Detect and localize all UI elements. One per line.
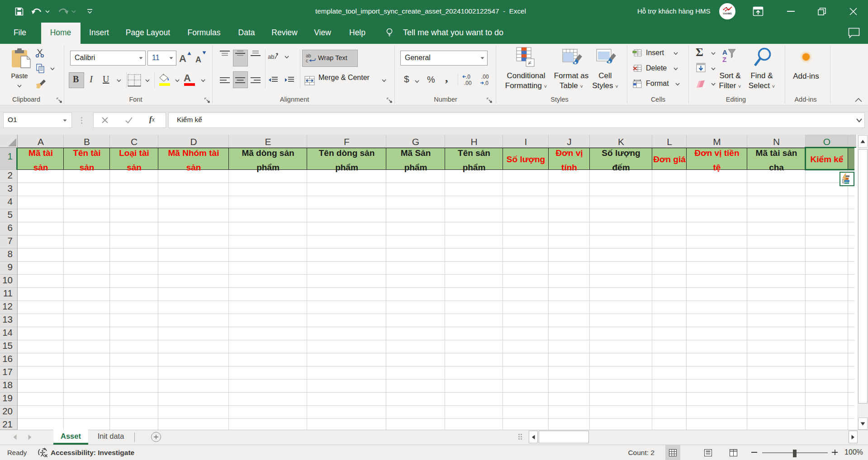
svg-text:c: c (306, 58, 308, 63)
svg-text:.00: .00 (464, 80, 472, 86)
svg-text:Z: Z (722, 56, 726, 63)
svg-text:A: A (722, 48, 727, 56)
svg-text:.0: .0 (466, 74, 470, 80)
svg-text:≠: ≠ (528, 60, 531, 66)
svg-text:.0: .0 (484, 80, 489, 86)
svg-text:VinHMS: VinHMS (723, 12, 732, 15)
svg-text:.00: .00 (481, 74, 489, 80)
svg-text:ab: ab (268, 53, 274, 60)
